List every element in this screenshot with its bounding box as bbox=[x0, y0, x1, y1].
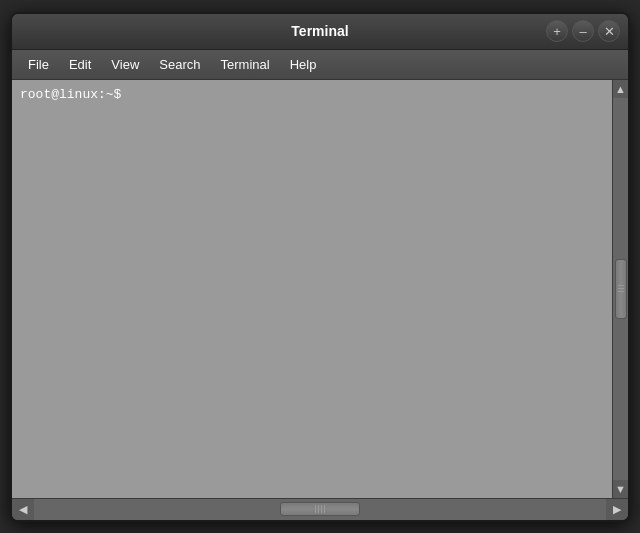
left-arrow-icon: ◀ bbox=[19, 503, 27, 516]
thumb-grip-horizontal bbox=[315, 505, 325, 513]
terminal-content[interactable]: root@linux:~$ bbox=[12, 80, 612, 498]
right-arrow-icon: ▶ bbox=[613, 503, 621, 516]
add-button[interactable]: + bbox=[546, 20, 568, 42]
terminal-window: Terminal + – ✕ File Edit View Search Ter… bbox=[10, 12, 630, 522]
thumb-line-1 bbox=[618, 285, 624, 286]
menu-item-file[interactable]: File bbox=[18, 55, 59, 74]
thumb-line-h-2 bbox=[318, 505, 319, 513]
thumb-grip-vertical bbox=[618, 285, 624, 292]
menu-bar: File Edit View Search Terminal Help bbox=[12, 50, 628, 80]
close-button[interactable]: ✕ bbox=[598, 20, 620, 42]
scroll-down-button[interactable]: ▼ bbox=[613, 480, 628, 498]
scroll-left-button[interactable]: ◀ bbox=[12, 499, 34, 520]
horizontal-scrollbar[interactable]: ◀ ▶ bbox=[12, 498, 628, 520]
minimize-button[interactable]: – bbox=[572, 20, 594, 42]
terminal-prompt: root@linux:~$ bbox=[20, 86, 604, 104]
vertical-scrollbar[interactable]: ▲ ▼ bbox=[612, 80, 628, 498]
up-arrow-icon: ▲ bbox=[615, 83, 626, 95]
thumb-line-2 bbox=[618, 288, 624, 289]
thumb-line-h-3 bbox=[321, 505, 322, 513]
scroll-right-button[interactable]: ▶ bbox=[606, 499, 628, 520]
thumb-line-3 bbox=[618, 291, 624, 292]
scroll-track-vertical[interactable] bbox=[613, 98, 628, 480]
window-title: Terminal bbox=[291, 23, 348, 39]
scroll-thumb-horizontal[interactable] bbox=[280, 502, 360, 516]
title-bar: Terminal + – ✕ bbox=[12, 14, 628, 50]
scroll-track-horizontal[interactable] bbox=[34, 499, 606, 520]
scroll-thumb-vertical[interactable] bbox=[615, 259, 627, 319]
menu-item-help[interactable]: Help bbox=[280, 55, 327, 74]
menu-item-search[interactable]: Search bbox=[149, 55, 210, 74]
menu-item-view[interactable]: View bbox=[101, 55, 149, 74]
menu-item-edit[interactable]: Edit bbox=[59, 55, 101, 74]
down-arrow-icon: ▼ bbox=[615, 483, 626, 495]
scroll-up-button[interactable]: ▲ bbox=[613, 80, 628, 98]
window-controls: + – ✕ bbox=[546, 20, 620, 42]
terminal-body: root@linux:~$ ▲ ▼ bbox=[12, 80, 628, 498]
thumb-line-h-1 bbox=[315, 505, 316, 513]
menu-item-terminal[interactable]: Terminal bbox=[211, 55, 280, 74]
thumb-line-h-4 bbox=[324, 505, 325, 513]
